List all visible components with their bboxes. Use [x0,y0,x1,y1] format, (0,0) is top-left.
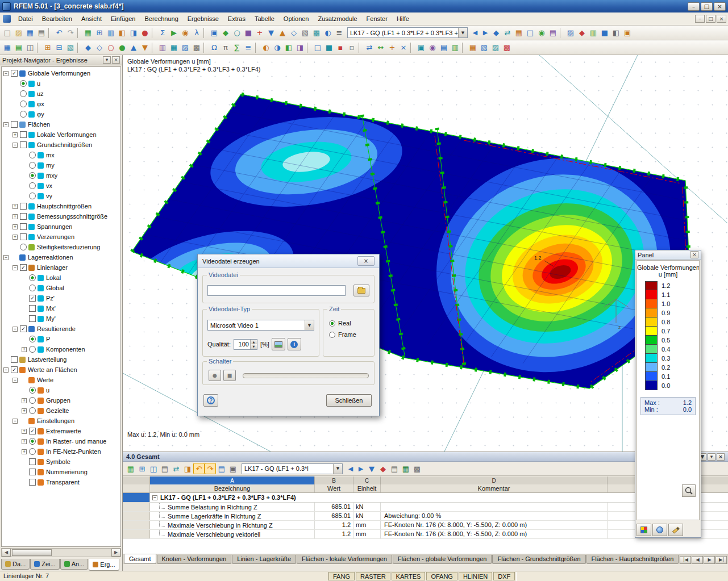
tree-checkbox[interactable] [11,121,18,128]
combo-dropdown-icon[interactable]: ▼ [305,320,314,330]
column-letter-c[interactable]: C [353,476,381,484]
toolbar-icon[interactable]: ◆ [82,42,94,53]
toolbar-icon[interactable]: ⊟ [53,42,65,53]
expander-icon[interactable]: + [13,204,18,209]
expander-icon[interactable] [13,112,18,117]
expander-icon[interactable]: − [13,143,18,148]
menu-item[interactable]: Fenster [362,13,392,24]
toolbar-icon[interactable]: ■ [243,27,254,39]
tree-checkbox[interactable] [20,233,27,240]
toolbar-icon[interactable]: ▨ [565,27,576,39]
tree-checkbox[interactable] [20,203,27,210]
toolbar-icon[interactable]: ▦ [467,42,479,53]
load-case-combo[interactable]: LK17 - GQ (LF1 + 0.3*LF2 + 0.3*LF3 + 0 ▼ [347,27,468,38]
results-tab[interactable]: Linien - Lagerkräfte [232,555,296,564]
tree-item[interactable]: u [2,78,120,89]
panel-zoom-button[interactable] [682,484,696,497]
toolbar-icon[interactable]: Σ [157,27,168,39]
dialog-close-icon[interactable]: × [357,256,375,266]
preview-button[interactable] [272,338,285,350]
real-radio[interactable] [329,320,335,327]
tree-checkbox[interactable] [29,438,36,445]
toolbar-icon[interactable]: ◉ [536,27,547,39]
spin-up-icon[interactable]: ▲ [251,340,257,345]
prev-table-icon[interactable]: ◀ [346,463,356,474]
tree-checkbox[interactable] [20,90,27,97]
combo-dropdown-icon[interactable]: ▼ [333,464,342,474]
toolbar-icon[interactable]: □ [2,27,13,39]
next-table-icon[interactable]: ▶ [356,463,366,474]
expander-icon[interactable] [13,245,18,250]
toolbar-icon[interactable]: ⇄ [364,42,375,53]
tree-checkbox[interactable] [20,244,27,250]
toolbar-icon[interactable]: ▤ [159,463,170,474]
tree-checkbox[interactable] [29,182,36,189]
tree-checkbox[interactable] [29,387,36,394]
results-tab[interactable]: Flächen - globale Verformungen [393,555,492,564]
toolbar-icon[interactable]: ◐ [260,42,272,53]
tree-item[interactable]: + ✓ Extremwerte [2,426,120,436]
toolbar-icon[interactable]: ▤ [547,27,559,39]
tree-checkbox[interactable] [29,479,36,486]
tree-item[interactable]: Mx' [2,303,120,314]
tree-item[interactable]: − Werte [2,375,120,385]
expander-icon[interactable] [3,357,9,362]
tree-checkbox[interactable] [29,407,36,414]
expander-icon[interactable]: − [3,367,9,373]
menu-item[interactable]: Tabelle [250,13,279,24]
tree-item[interactable]: − Flächen [2,119,120,129]
tree-item[interactable]: Nummerierung [2,467,120,477]
toolbar-icon[interactable]: ▩ [501,42,513,53]
tree-checkbox[interactable] [20,223,27,230]
toolbar-icon[interactable]: ↷ [65,27,76,39]
menu-item[interactable]: Datei [14,13,38,24]
toolbar-icon[interactable]: ⊞ [136,463,148,474]
expander-icon[interactable] [22,194,27,199]
toolbar-icon[interactable]: ◨ [182,463,193,474]
progress-slider[interactable] [243,373,369,378]
toolbar-icon[interactable]: ▧ [479,42,490,53]
toolbar-icon[interactable]: ∑ [231,42,243,53]
toolbar-icon[interactable]: ▧ [65,42,76,53]
tree-checkbox[interactable] [29,152,36,158]
navigator-tab[interactable]: Erg... [89,559,119,571]
expander-icon[interactable] [22,163,27,168]
toolbar-icon[interactable]: ⊞ [94,27,105,39]
tree-checkbox[interactable]: ✓ [11,366,18,373]
toolbar-icon[interactable]: ▨ [180,42,191,53]
toolbar-icon[interactable]: ◧ [117,27,128,39]
tree-item[interactable]: + Lokale Verformungen [2,129,120,140]
tree-item[interactable]: Symbole [2,457,120,467]
tree-item[interactable]: uz [2,89,120,99]
factors-tab-button[interactable] [652,524,667,536]
navigator-tab[interactable]: Da... [1,559,30,570]
expander-icon[interactable]: + [22,398,27,403]
menu-item[interactable]: Extras [223,13,250,24]
scroll-left-icon[interactable]: ◀ [2,549,11,557]
toolbar-icon[interactable]: ◨ [294,42,306,53]
expander-icon[interactable]: + [13,224,18,229]
toolbar-icon[interactable]: ◉ [427,42,438,53]
menu-item[interactable]: Bearbeiten [38,13,77,24]
toolbar-icon[interactable]: ▨ [13,27,24,39]
tree-item[interactable]: Global [2,283,120,293]
toolbar-icon[interactable]: Ω [209,42,220,53]
toolbar-icon[interactable]: ▥ [588,27,599,39]
schliessen-button[interactable]: Schließen [326,394,372,407]
expander-icon[interactable] [22,316,27,321]
expander-icon[interactable] [22,480,27,485]
expander-icon[interactable] [22,275,27,281]
tree-checkbox[interactable]: ✓ [29,428,36,434]
toolbar-icon[interactable]: π [220,42,231,53]
toolbar-icon[interactable]: ↶ [53,27,65,39]
stop-button[interactable]: ■ [223,370,236,381]
next-tab-icon[interactable]: ▶ [704,556,715,564]
filter-tab-button[interactable] [668,524,683,536]
tree-item[interactable]: + Verzerrungen [2,232,120,242]
toolbar-icon[interactable]: ◐ [322,27,334,39]
result-panel[interactable]: Panel × Globale Verformungen u [mm] 1.2 … [635,250,701,538]
tree-item[interactable]: Steifigkeitsreduzierung [2,242,120,252]
tree-item[interactable]: + Spannungen [2,221,120,232]
expander-icon[interactable] [22,459,27,465]
column-letter-a[interactable]: A [150,476,315,484]
